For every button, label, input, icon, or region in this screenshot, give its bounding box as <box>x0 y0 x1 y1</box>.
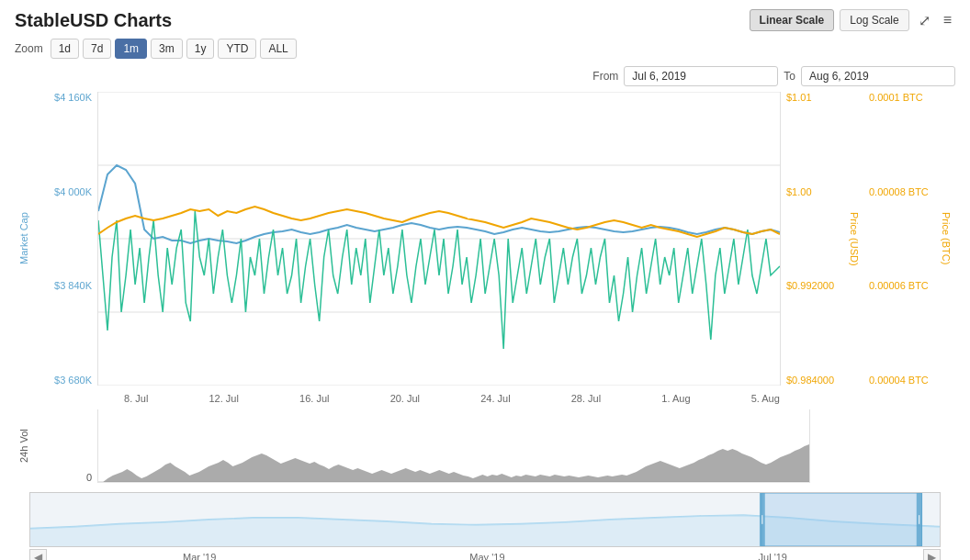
y-axis-vol: 0 <box>33 409 97 483</box>
zoom-ytd[interactable]: YTD <box>218 39 256 59</box>
vol-axis-label: 24h Vol <box>15 409 33 483</box>
y-right-btc-tick-2: 0.00008 BTC <box>869 186 929 197</box>
vol-tick-zero: 0 <box>86 472 92 483</box>
x-tick-3: 16. Jul <box>299 393 329 404</box>
date-range: From To <box>15 66 955 86</box>
mini-x-tick-3: Jul '19 <box>759 552 787 560</box>
zoom-bar: Zoom 1d 7d 1m 3m 1y YTD ALL <box>15 39 955 59</box>
mini-scrollbar: ◀ Mar '19 May '19 Jul '19 ▶ <box>29 549 941 560</box>
to-date-input[interactable] <box>801 66 955 86</box>
expand-icon[interactable]: ⤢ <box>915 10 934 31</box>
y-left-tick-1: $4 160K <box>54 92 92 103</box>
y-left-tick-4: $3 680K <box>54 375 92 386</box>
menu-icon[interactable]: ≡ <box>940 10 955 30</box>
price-btc-axis-label: Price (BTC) <box>937 92 955 386</box>
zoom-7d[interactable]: 7d <box>83 39 111 59</box>
x-axis-main: 8. Jul 12. Jul 16. Jul 20. Jul 24. Jul 2… <box>94 389 810 404</box>
y-right-btc-tick-4: 0.00004 BTC <box>869 375 929 386</box>
mini-x-tick-2: May '19 <box>469 552 504 560</box>
linear-scale-button[interactable]: Linear Scale <box>750 9 835 31</box>
y-axis-left: $4 160K $4 000K $3 840K $3 680K <box>33 92 97 386</box>
mini-x-tick-1: Mar '19 <box>183 552 216 560</box>
x-tick-6: 28. Jul <box>571 393 601 404</box>
svg-rect-7 <box>761 493 922 546</box>
main-chart-canvas <box>97 92 781 386</box>
y-axis-right-btc: 0.0001 BTC 0.00008 BTC 0.00006 BTC 0.000… <box>863 92 937 386</box>
price-usd-axis-label: Price (USD) <box>845 92 863 386</box>
header-controls: Linear Scale Log Scale ⤢ ≡ <box>750 9 955 31</box>
vol-right-spacer <box>810 409 955 483</box>
y-right-btc-tick-3: 0.00006 BTC <box>869 280 929 291</box>
from-label: From <box>592 70 618 83</box>
mini-chart-wrapper: ◀ Mar '19 May '19 Jul '19 ▶ <box>29 492 941 560</box>
to-label: To <box>784 70 795 83</box>
y-right-btc-tick-1: 0.0001 BTC <box>869 92 923 103</box>
y-axis-right-usd: $1.01 $1.00 $0.992000 $0.984000 <box>781 92 845 386</box>
market-cap-axis-label: Market Cap <box>15 92 33 386</box>
y-right-usd-tick-4: $0.984000 <box>786 375 834 386</box>
volume-chart-wrapper: 24h Vol 0 <box>15 409 955 483</box>
y-left-tick-3: $3 840K <box>54 280 92 291</box>
y-left-tick-2: $4 000K <box>54 186 92 197</box>
x-tick-2: 12. Jul <box>209 393 239 404</box>
zoom-label: Zoom <box>15 42 43 55</box>
zoom-1d[interactable]: 1d <box>51 39 79 59</box>
x-tick-1: 8. Jul <box>124 393 148 404</box>
mini-chart[interactable] <box>29 492 941 547</box>
zoom-all[interactable]: ALL <box>260 39 296 59</box>
x-tick-4: 20. Jul <box>390 393 420 404</box>
scroll-right-arrow[interactable]: ▶ <box>923 549 941 560</box>
y-right-usd-tick-2: $1.00 <box>786 186 812 197</box>
zoom-1y[interactable]: 1y <box>186 39 215 59</box>
x-tick-5: 24. Jul <box>480 393 510 404</box>
main-chart-wrapper: Market Cap $4 160K $4 000K $3 840K $3 68… <box>15 92 955 386</box>
from-date-input[interactable] <box>624 66 778 86</box>
x-tick-7: 1. Aug <box>661 393 690 404</box>
zoom-3m[interactable]: 3m <box>151 39 183 59</box>
zoom-1m[interactable]: 1m <box>115 39 147 59</box>
x-tick-8: 5. Aug <box>751 393 780 404</box>
page-title: StableUSD Charts <box>15 10 172 31</box>
scroll-left-arrow[interactable]: ◀ <box>29 549 47 560</box>
vol-chart-canvas <box>97 409 810 483</box>
y-right-usd-tick-3: $0.992000 <box>786 280 834 291</box>
y-right-usd-tick-1: $1.01 <box>786 92 812 103</box>
log-scale-button[interactable]: Log Scale <box>840 9 908 31</box>
